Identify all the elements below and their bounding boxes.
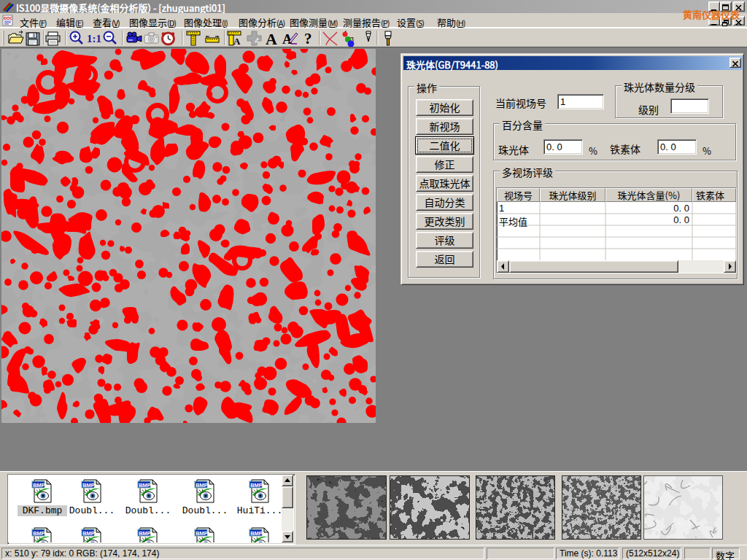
svg-text:BMP: BMP <box>33 482 45 489</box>
svg-text:1:1: 1:1 <box>87 33 101 44</box>
svg-text:BMP: BMP <box>82 482 95 489</box>
svg-text:BMP: BMP <box>139 530 151 537</box>
svg-text:BMP: BMP <box>33 530 45 537</box>
svg-text:BMP: BMP <box>82 530 95 537</box>
svg-text:DOC: DOC <box>4 16 12 20</box>
svg-text:BMP: BMP <box>196 530 208 537</box>
svg-text:A: A <box>233 36 241 47</box>
svg-text:BMP: BMP <box>250 482 263 489</box>
svg-text:?: ? <box>304 30 312 47</box>
svg-text:BMP: BMP <box>196 482 208 489</box>
svg-text:BMP: BMP <box>139 482 151 489</box>
svg-text:A: A <box>266 30 277 47</box>
svg-text:BMP: BMP <box>250 530 263 537</box>
